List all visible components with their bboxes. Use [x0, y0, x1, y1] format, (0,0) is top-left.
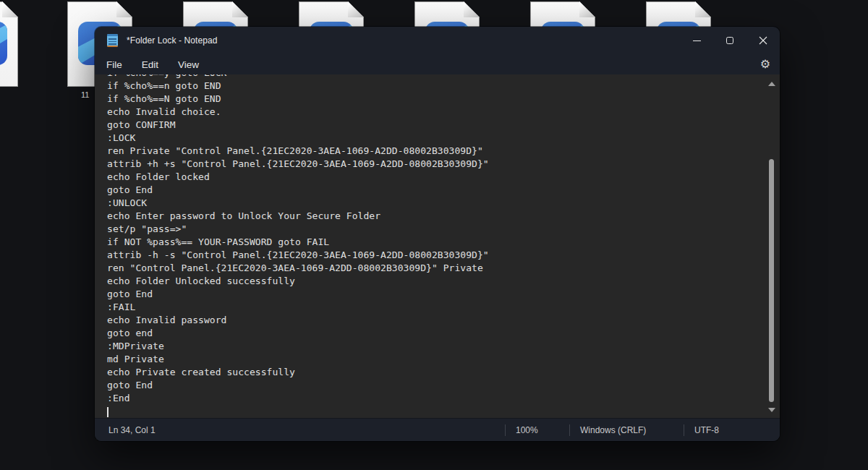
close-button[interactable]: [746, 27, 780, 54]
editor-line: ren Private "Control Panel.{21EC2020-3AE…: [107, 145, 780, 158]
editor-content: if %cho%==y goto LOCKif %cho%==n goto EN…: [95, 74, 780, 418]
editor-line: :End: [107, 392, 780, 405]
page-fold-corner: [464, 1, 480, 17]
editor-line: set/p "pass=>": [107, 223, 780, 236]
editor-line: echo Enter password to Unlock Your Secur…: [107, 210, 780, 223]
line-ending[interactable]: Windows (CRLF): [569, 424, 684, 436]
editor-line: md Private: [107, 353, 780, 366]
menu-view[interactable]: View: [178, 59, 199, 70]
minimize-button[interactable]: [680, 27, 713, 54]
file-type-logo: [0, 22, 7, 65]
editor-line: echo Invalid choice.: [107, 106, 780, 119]
caption-buttons: [680, 27, 780, 54]
editor-line: echo Private created successfully: [107, 366, 780, 379]
notepad-icon: [107, 34, 118, 47]
settings-gear-icon[interactable]: ⚙: [760, 54, 770, 74]
scroll-down-icon[interactable]: [768, 408, 775, 412]
editor-line: :LOCK: [107, 132, 780, 145]
editor-line: :UNLOCK: [107, 197, 780, 210]
editor-line: echo Folder locked: [107, 171, 780, 184]
editor-line: :FAIL: [107, 301, 780, 314]
text-editor[interactable]: if %cho%==y goto LOCKif %cho%==n goto EN…: [95, 74, 780, 418]
maximize-button[interactable]: [713, 27, 746, 54]
editor-line: goto CONFIRM: [107, 119, 780, 132]
desktop-file-icon[interactable]: [0, 1, 18, 87]
desktop-file-label: 11: [81, 90, 89, 99]
editor-line: if %cho%==n goto END: [107, 80, 780, 93]
titlebar[interactable]: *Folder Lock - Notepad: [95, 27, 780, 54]
cursor-position: Ln 34, Col 1: [95, 425, 505, 435]
close-icon: [759, 36, 767, 45]
editor-line: :MDPrivate: [107, 340, 780, 353]
page-fold-corner: [2, 1, 18, 17]
editor-line: echo Folder Unlocked successfully: [107, 275, 780, 288]
menu-edit[interactable]: Edit: [142, 59, 158, 70]
statusbar: Ln 34, Col 1 100% Windows (CRLF) UTF-8: [95, 418, 780, 441]
page-fold-corner: [579, 1, 595, 17]
editor-line: if NOT %pass%== YOUR-PASSWORD goto FAIL: [107, 236, 780, 249]
scroll-up-icon[interactable]: [768, 82, 775, 86]
page-fold-corner: [695, 1, 711, 17]
page-fold-corner: [116, 1, 132, 17]
logo-swoosh: [0, 22, 7, 65]
vertical-scrollbar[interactable]: [766, 76, 777, 416]
encoding[interactable]: UTF-8: [684, 424, 780, 436]
editor-line: goto End: [107, 379, 780, 392]
editor-line: attrib +h +s "Control Panel.{21EC2020-3A…: [107, 158, 780, 171]
statusbar-segments: 100% Windows (CRLF) UTF-8: [505, 419, 780, 441]
menu-file[interactable]: File: [106, 59, 122, 70]
maximize-icon: [726, 37, 733, 44]
editor-line: [107, 405, 780, 418]
window-title: *Folder Lock - Notepad: [127, 35, 218, 46]
minimize-icon: [693, 40, 701, 41]
editor-line: goto end: [107, 327, 780, 340]
editor-line: attrib -h -s "Control Panel.{21EC2020-3A…: [107, 249, 780, 262]
editor-line: ren "Control Panel.{21EC2020-3AEA-1069-A…: [107, 262, 780, 275]
text-caret: [107, 407, 109, 417]
zoom-level[interactable]: 100%: [505, 424, 569, 436]
editor-line: echo Invalid password: [107, 314, 780, 327]
editor-line: goto End: [107, 288, 780, 301]
page-fold-corner: [348, 1, 364, 17]
editor-line: if %cho%==y goto LOCK: [107, 74, 780, 80]
editor-line: if %cho%==N goto END: [107, 93, 780, 106]
scrollbar-thumb[interactable]: [769, 159, 774, 402]
menubar: File Edit View ⚙: [95, 54, 780, 74]
editor-line: goto End: [107, 184, 780, 197]
notepad-window: *Folder Lock - Notepad File Edit View ⚙ …: [95, 27, 780, 441]
page-fold-corner: [232, 1, 248, 17]
